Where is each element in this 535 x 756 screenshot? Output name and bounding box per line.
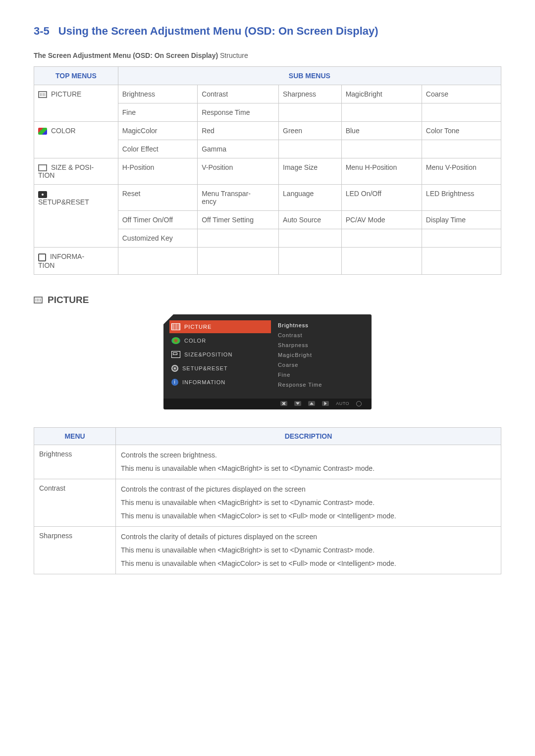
close-icon bbox=[280, 401, 287, 406]
topmenu-information: INFORMA-TION bbox=[34, 248, 118, 274]
osd-right-column: Brightness Contrast Sharpness MagicBrigh… bbox=[271, 320, 365, 390]
cell: Green bbox=[279, 122, 342, 140]
cell: LED Brightness bbox=[422, 185, 501, 211]
topmenu-picture-label: PICTURE bbox=[51, 90, 81, 98]
picture-section-heading: PICTURE bbox=[34, 295, 501, 305]
desc-line: This menu is unavailable when <MagicColo… bbox=[121, 511, 496, 521]
picture-icon bbox=[38, 91, 47, 98]
cell: Language bbox=[279, 185, 342, 211]
cell: Display Time bbox=[422, 211, 501, 229]
osd-label: COLOR bbox=[184, 338, 206, 344]
structure-caption-rest: Structure bbox=[218, 51, 248, 59]
cell bbox=[422, 103, 501, 122]
cell bbox=[279, 229, 342, 248]
cell: MagicColor bbox=[118, 122, 197, 140]
picture-heading-text: PICTURE bbox=[48, 295, 89, 305]
cell bbox=[422, 248, 501, 274]
power-icon bbox=[356, 401, 362, 406]
picture-icon bbox=[34, 297, 43, 303]
cell: Gamma bbox=[198, 140, 279, 158]
desc-line: Controls the screen brightness. bbox=[121, 450, 496, 460]
cell: Fine bbox=[118, 103, 197, 122]
topmenu-color: COLOR bbox=[34, 122, 118, 158]
cell: Customized Key bbox=[118, 229, 197, 248]
cell: Menu Transpar-ency bbox=[198, 185, 279, 211]
th-sub-menus: SUB MENUS bbox=[118, 67, 501, 85]
desc-line: This menu is unavailable when <MagicBrig… bbox=[121, 545, 496, 555]
cell bbox=[279, 140, 342, 158]
th-menu: MENU bbox=[34, 427, 116, 445]
cell bbox=[279, 103, 342, 122]
desc-line: This menu is unavailable when <MagicColo… bbox=[121, 558, 496, 569]
topmenu-picture: PICTURE bbox=[34, 85, 118, 122]
topmenu-size: SIZE & POSI-TION bbox=[34, 158, 118, 185]
osd-item-size: SIZE&POSITION bbox=[169, 348, 271, 361]
cell: MagicBright bbox=[341, 85, 422, 103]
cell: Menu V-Position bbox=[422, 158, 501, 185]
cell: Color Effect bbox=[118, 140, 197, 158]
th-description: DESCRIPTION bbox=[116, 427, 501, 445]
cell bbox=[118, 248, 197, 274]
osd-left-column: PICTURE COLOR SIZE&POSITION SETUP&RESET … bbox=[169, 320, 271, 390]
cell: H-Position bbox=[118, 158, 197, 185]
cell: Contrast bbox=[198, 85, 279, 103]
cell: Off Timer On/Off bbox=[118, 211, 197, 229]
desc-menu-name: Sharpness bbox=[34, 526, 116, 574]
cell: Color Tone bbox=[422, 122, 501, 140]
cell bbox=[279, 248, 342, 274]
cell: Menu H-Position bbox=[341, 158, 422, 185]
osd-item-information: iINFORMATION bbox=[169, 376, 271, 389]
osd-item-picture: PICTURE bbox=[169, 320, 271, 333]
cell bbox=[422, 140, 501, 158]
section-number: 3-5 bbox=[34, 25, 50, 37]
cell: Sharpness bbox=[279, 85, 342, 103]
cell: Reset bbox=[118, 185, 197, 211]
osd-preview: PICTURE COLOR SIZE&POSITION SETUP&RESET … bbox=[163, 314, 372, 409]
cell: Blue bbox=[341, 122, 422, 140]
cell: Brightness bbox=[118, 85, 197, 103]
description-table: MENU DESCRIPTION Brightness Controls the… bbox=[34, 427, 501, 574]
osd-item-color: COLOR bbox=[169, 334, 271, 347]
color-icon bbox=[171, 337, 180, 344]
osd-label: SETUP&RESET bbox=[182, 365, 228, 371]
cell: Image Size bbox=[279, 158, 342, 185]
cell bbox=[198, 229, 279, 248]
section-title-text: Using the Screen Adjustment Menu (OSD: O… bbox=[58, 25, 378, 37]
osd-label: PICTURE bbox=[184, 324, 212, 330]
size-icon bbox=[38, 164, 47, 171]
desc-line: This menu is unavailable when <MagicBrig… bbox=[121, 498, 496, 508]
cell: Off Timer Setting bbox=[198, 211, 279, 229]
arrow-down-icon bbox=[294, 401, 301, 406]
cell: Coarse bbox=[422, 85, 501, 103]
osd-panel: PICTURE COLOR SIZE&POSITION SETUP&RESET … bbox=[163, 314, 372, 399]
osd-label: INFORMATION bbox=[182, 379, 225, 385]
auto-label: AUTO bbox=[336, 401, 349, 406]
cell: LED On/Off bbox=[341, 185, 422, 211]
setup-icon bbox=[171, 365, 178, 372]
cell: PC/AV Mode bbox=[341, 211, 422, 229]
picture-icon bbox=[171, 323, 180, 330]
desc-cell: Controls the clarity of details of pictu… bbox=[116, 526, 501, 574]
structure-caption-bold: The Screen Adjustment Menu (OSD: On Scre… bbox=[34, 51, 218, 59]
desc-line: This menu is unavailable when <MagicBrig… bbox=[121, 463, 496, 474]
section-title: 3-5Using the Screen Adjustment Menu (OSD… bbox=[34, 25, 501, 38]
desc-menu-name: Contrast bbox=[34, 479, 116, 526]
osd-sub-item: MagicBright bbox=[278, 350, 365, 360]
desc-menu-name: Brightness bbox=[34, 445, 116, 479]
osd-sub-item: Coarse bbox=[278, 360, 365, 370]
desc-cell: Controls the screen brightness. This men… bbox=[116, 445, 501, 479]
cell bbox=[341, 140, 422, 158]
information-icon bbox=[38, 253, 46, 261]
color-icon bbox=[38, 128, 47, 135]
cell: Red bbox=[198, 122, 279, 140]
desc-line: Controls the clarity of details of pictu… bbox=[121, 532, 496, 542]
arrow-up-icon bbox=[308, 401, 315, 406]
structure-caption: The Screen Adjustment Menu (OSD: On Scre… bbox=[34, 51, 501, 59]
th-top-menus: TOP MENUS bbox=[34, 67, 118, 85]
osd-sub-item: Brightness bbox=[278, 320, 365, 330]
osd-sub-item: Contrast bbox=[278, 330, 365, 340]
osd-sub-item: Fine bbox=[278, 370, 365, 380]
cell: Response Time bbox=[198, 103, 279, 122]
menu-structure-table: TOP MENUS SUB MENUS PICTURE Brightness C… bbox=[34, 66, 501, 275]
osd-label: SIZE&POSITION bbox=[184, 352, 232, 357]
